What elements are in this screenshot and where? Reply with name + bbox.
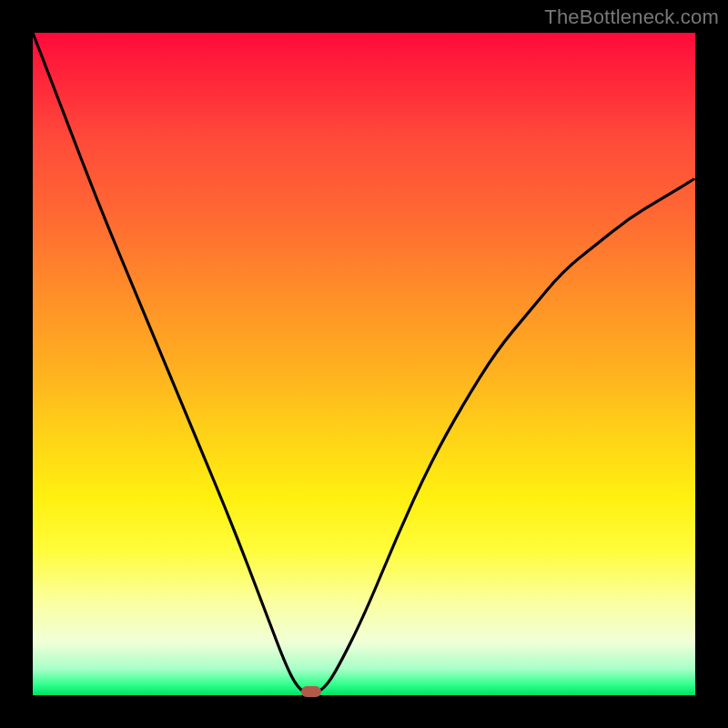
curve-path [33, 33, 695, 693]
watermark-text: TheBottleneck.com [544, 5, 719, 29]
bottleneck-curve [33, 33, 695, 695]
chart-frame: TheBottleneck.com [0, 0, 728, 728]
plot-area [33, 33, 695, 695]
min-marker [301, 686, 321, 697]
